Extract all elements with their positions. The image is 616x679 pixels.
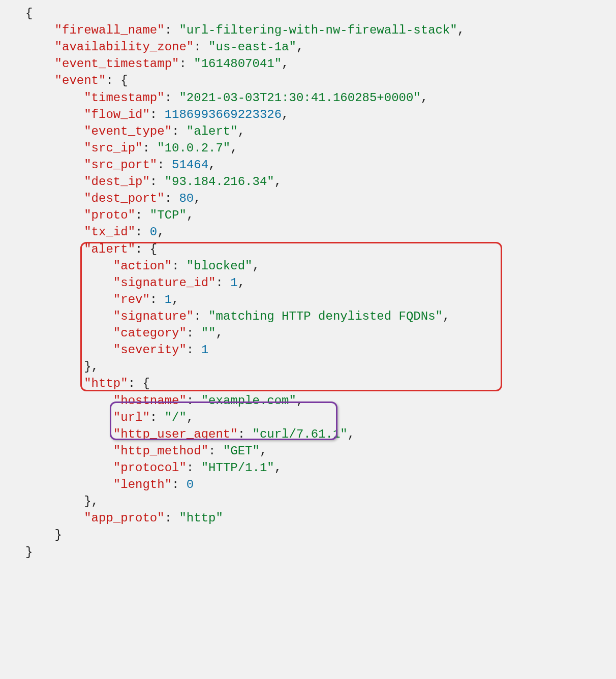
val-severity: 1 [201,343,208,357]
key-event-type: "event_type" [84,125,172,138]
key-protocol: "protocol" [113,461,187,475]
val-src-port: 51464 [172,158,208,172]
key-action: "action" [113,259,172,273]
key-dest-port: "dest_port" [84,192,164,205]
val-src-ip: "10.0.2.7" [157,141,230,155]
json-code-block: { "firewall_name": "url-filtering-with-n… [0,0,616,594]
key-src-ip: "src_ip" [84,141,142,155]
val-flow-id: 1186993669223326 [165,108,282,121]
val-dest-port: 80 [179,192,194,205]
val-protocol: "HTTP/1.1" [201,461,274,475]
brace-open: { [25,7,33,20]
key-http-user-agent: "http_user_agent" [113,427,238,441]
key-signature: "signature" [113,310,194,323]
brace-close: } [25,545,33,559]
key-category: "category" [113,326,187,340]
val-dest-ip: "93.184.216.34" [165,175,274,189]
key-flow-id: "flow_id" [84,108,150,121]
key-severity: "severity" [113,343,187,357]
key-event: "event" [55,74,106,87]
val-event-type: "alert" [187,125,238,138]
key-firewall-name: "firewall_name" [55,23,165,37]
key-event-timestamp: "event_timestamp" [55,57,179,71]
val-action: "blocked" [187,259,253,273]
key-length: "length" [113,478,172,491]
val-http-user-agent: "curl/7.61.1" [252,427,347,441]
key-signature-id: "signature_id" [113,276,216,290]
val-length: 0 [187,478,194,491]
key-proto: "proto" [84,208,135,222]
key-http: "http" [84,377,128,390]
val-http-method: "GET" [223,444,260,458]
key-dest-ip: "dest_ip" [84,175,150,189]
key-alert: "alert" [84,242,135,256]
val-event-timestamp: "1614807041" [194,57,282,71]
key-http-method: "http_method" [113,444,208,458]
val-category: "" [201,326,216,340]
val-rev: 1 [165,293,172,306]
val-signature-id: 1 [230,276,237,290]
key-hostname: "hostname" [113,394,187,408]
val-app-proto: "http" [179,511,223,525]
val-hostname: "example.com" [201,394,296,408]
val-firewall-name: "url-filtering-with-nw-firewall-stack" [179,23,457,37]
val-timestamp: "2021-03-03T21:30:41.160285+0000" [179,91,420,105]
key-rev: "rev" [113,293,150,306]
val-tx-id: 0 [150,225,157,239]
val-url: "/" [165,411,187,424]
val-signature: "matching HTTP denylisted FQDNs" [208,310,443,323]
val-availability-zone: "us-east-1a" [208,40,296,54]
key-url: "url" [113,411,150,424]
key-src-port: "src_port" [84,158,157,172]
key-tx-id: "tx_id" [84,225,135,239]
key-app-proto: "app_proto" [84,511,164,525]
key-availability-zone: "availability_zone" [55,40,194,54]
val-proto: "TCP" [150,208,187,222]
key-timestamp: "timestamp" [84,91,164,105]
